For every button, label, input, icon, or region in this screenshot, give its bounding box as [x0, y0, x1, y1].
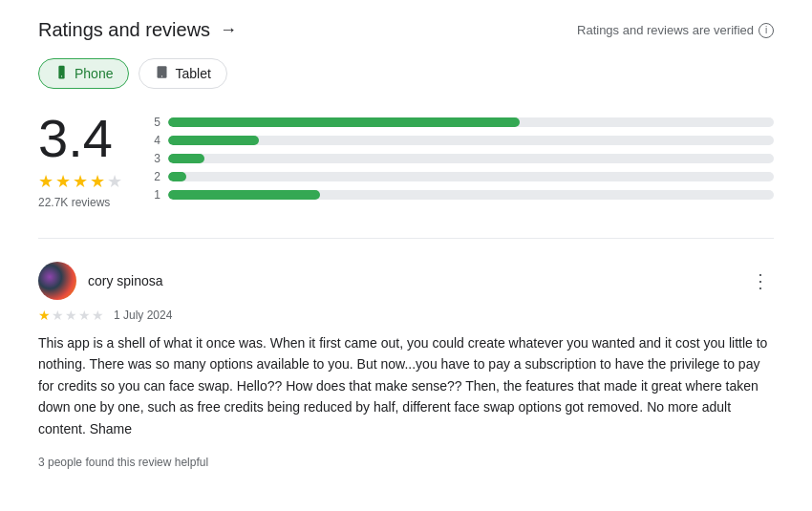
bar-label-5: 5 [153, 116, 160, 129]
bar-fill-2 [168, 172, 186, 181]
review-header: cory spinosa ⋮ [38, 262, 774, 300]
divider [38, 238, 774, 239]
tab-phone-label: Phone [75, 66, 113, 81]
bar-label-4: 4 [153, 134, 160, 147]
rating-section: 3.4 ★ ★ ★ ★ ★ 22.7K reviews 5 4 [38, 112, 774, 209]
star-4: ★ [90, 171, 105, 192]
more-options-icon[interactable]: ⋮ [747, 266, 774, 296]
tab-phone[interactable]: Phone [38, 58, 129, 89]
star-2: ★ [55, 171, 71, 192]
bar-track-5 [168, 117, 774, 127]
star-5: ★ [107, 171, 122, 192]
device-tabs: Phone Tablet [38, 58, 774, 89]
review-count: 22.7K reviews [38, 196, 110, 209]
avatar-image [38, 262, 76, 300]
phone-icon [54, 65, 69, 82]
review-stars: ★ ★ ★ ★ ★ [38, 308, 104, 323]
bar-track-2 [168, 172, 774, 181]
star-1: ★ [38, 171, 53, 192]
page-container: Ratings and reviews → Ratings and review… [0, 0, 812, 489]
review-star-4: ★ [78, 308, 91, 323]
bar-fill-4 [168, 136, 259, 145]
bar-row-2: 2 [153, 170, 774, 183]
svg-point-1 [61, 75, 62, 76]
tab-tablet[interactable]: Tablet [139, 58, 226, 89]
bar-row-4: 4 [153, 134, 774, 147]
section-title: Ratings and reviews [38, 19, 210, 41]
verified-label: Ratings and reviews are verified [577, 23, 754, 37]
svg-point-3 [161, 75, 162, 76]
rating-score: 3.4 [38, 112, 113, 165]
info-icon[interactable]: i [759, 23, 774, 38]
rating-summary: 3.4 ★ ★ ★ ★ ★ 22.7K reviews [38, 112, 124, 209]
bar-track-3 [168, 154, 774, 163]
rating-stars: ★ ★ ★ ★ ★ [38, 171, 122, 192]
bar-label-3: 3 [153, 152, 160, 165]
section-header: Ratings and reviews → Ratings and review… [38, 19, 774, 41]
reviewer-name: cory spinosa [88, 273, 163, 288]
review-rating-row: ★ ★ ★ ★ ★ 1 July 2024 [38, 308, 774, 323]
review-star-1: ★ [38, 308, 51, 323]
bar-fill-3 [168, 154, 204, 163]
review-date: 1 July 2024 [114, 309, 172, 322]
bar-track-4 [168, 136, 774, 145]
reviewer-info: cory spinosa [38, 262, 163, 300]
arrow-icon[interactable]: → [220, 20, 237, 40]
bar-fill-5 [168, 117, 520, 127]
bar-row-1: 1 [153, 188, 774, 202]
bar-row-3: 3 [153, 152, 774, 165]
helpful-text: 3 people found this review helpful [38, 456, 208, 469]
bar-chart: 5 4 3 2 [153, 112, 774, 202]
bar-track-1 [168, 190, 774, 200]
review-star-5: ★ [92, 308, 104, 323]
bar-label-2: 2 [153, 170, 160, 183]
verified-text-container: Ratings and reviews are verified i [577, 23, 774, 38]
review-star-2: ★ [52, 308, 64, 323]
tab-tablet-label: Tablet [175, 66, 210, 81]
star-3: ★ [73, 171, 88, 192]
avatar [38, 262, 76, 300]
bar-fill-1 [168, 190, 320, 200]
bar-row-5: 5 [153, 116, 774, 129]
tablet-icon [155, 65, 169, 82]
review-text: This app is a shell of what it once was.… [38, 332, 774, 439]
review-star-3: ★ [65, 308, 77, 323]
bar-label-1: 1 [153, 188, 160, 202]
title-wrap: Ratings and reviews → [38, 19, 237, 41]
review-item: cory spinosa ⋮ ★ ★ ★ ★ ★ 1 July 2024 Thi… [38, 258, 774, 470]
